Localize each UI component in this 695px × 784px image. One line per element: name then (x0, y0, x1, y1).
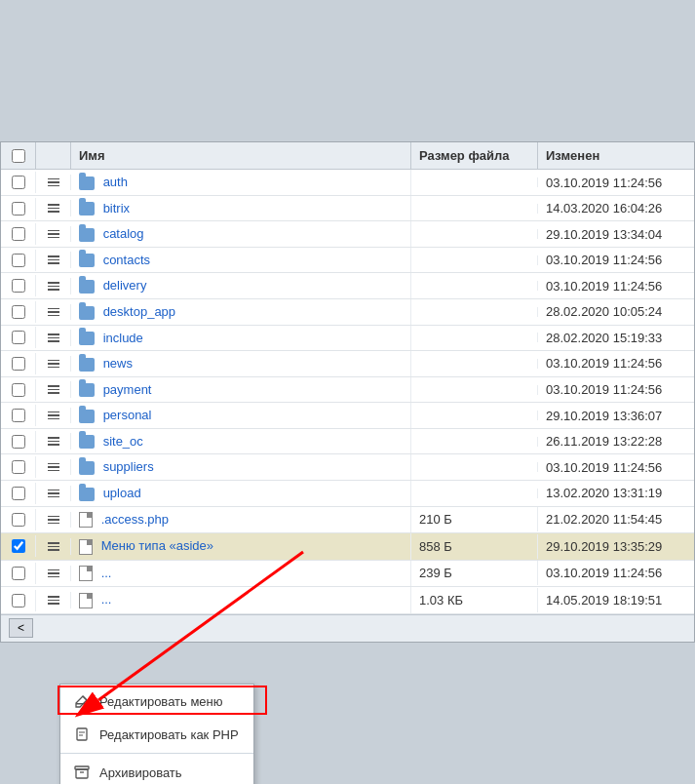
file-name-link[interactable]: .access.php (101, 512, 169, 527)
row-menu-icon[interactable] (36, 592, 71, 608)
row-menu-icon[interactable] (36, 226, 71, 243)
context-menu-item-edit_php[interactable]: Редактировать как PHP (60, 718, 253, 751)
file-name-link[interactable]: payment (103, 382, 152, 397)
table-row[interactable]: upload 13.02.2020 13:31:19 (1, 481, 694, 507)
file-name-link[interactable]: desktop_app (103, 304, 175, 319)
row-name[interactable]: delivery (71, 273, 411, 298)
row-menu-icon[interactable] (36, 538, 71, 555)
row-menu-icon[interactable] (36, 252, 71, 268)
row-size (411, 411, 538, 420)
row-menu-icon[interactable] (36, 512, 71, 529)
context-menu-item-archive[interactable]: Архивировать (60, 756, 253, 784)
table-row[interactable]: personal 29.10.2019 13:36:07 (1, 403, 694, 429)
table-row[interactable]: contacts 03.10.2019 11:24:56 (1, 248, 694, 274)
row-checkbox-cell (1, 405, 36, 426)
row-name[interactable]: site_oc (71, 429, 411, 454)
select-all-checkbox[interactable] (12, 149, 25, 163)
file-name-link[interactable]: upload (103, 486, 141, 500)
row-menu-icon[interactable] (36, 566, 71, 582)
file-name-link[interactable]: Меню типа «aside» (101, 538, 213, 553)
back-button[interactable]: < (9, 618, 33, 638)
row-menu-icon[interactable] (36, 381, 71, 398)
row-checkbox[interactable] (12, 331, 25, 344)
row-checkbox[interactable] (12, 487, 25, 500)
context-menu-item-edit[interactable]: Редактировать меню (60, 685, 253, 718)
table-row[interactable]: auth 03.10.2019 11:24:56 (1, 170, 694, 196)
table-row[interactable]: desktop_app 28.02.2020 10:05:24 (1, 299, 694, 326)
row-checkbox[interactable] (12, 539, 25, 553)
file-name-link[interactable]: personal (103, 408, 152, 422)
row-menu-icon[interactable] (36, 200, 71, 216)
row-name[interactable]: personal (71, 403, 411, 428)
file-name-link[interactable]: auth (103, 175, 128, 189)
row-name[interactable]: upload (71, 481, 411, 506)
file-name-link[interactable]: ... (101, 592, 112, 607)
hamburger-icon (48, 542, 59, 551)
table-row[interactable]: site_oc 26.11.2019 13:22:28 (1, 429, 694, 455)
row-menu-icon[interactable] (36, 304, 71, 321)
row-checkbox[interactable] (12, 176, 25, 189)
file-name-link[interactable]: catalog (103, 226, 144, 241)
table-row[interactable]: Меню типа «aside» 858 Б 29.10.2019 13:35… (1, 533, 694, 561)
table-row[interactable]: catalog 29.10.2019 13:34:04 (1, 221, 694, 248)
row-menu-icon[interactable] (36, 356, 71, 372)
context-menu-divider (60, 753, 253, 754)
file-name-link[interactable]: site_oc (103, 434, 143, 449)
row-name[interactable]: news (71, 351, 411, 376)
row-name[interactable]: ... (71, 587, 411, 613)
table-row[interactable]: payment 03.10.2019 11:24:56 (1, 377, 694, 404)
row-checkbox[interactable] (12, 567, 25, 580)
table-row[interactable]: bitrix 14.03.2020 16:04:26 (1, 196, 694, 222)
row-name[interactable]: .access.php (71, 507, 411, 533)
row-checkbox[interactable] (12, 435, 25, 449)
row-checkbox[interactable] (12, 254, 25, 267)
file-name-link[interactable]: delivery (103, 278, 147, 293)
row-name[interactable]: include (71, 326, 411, 351)
row-name[interactable]: desktop_app (71, 299, 411, 325)
file-name-link[interactable]: suppliers (103, 459, 154, 474)
row-checkbox[interactable] (12, 460, 25, 474)
row-menu-icon[interactable] (36, 433, 71, 450)
row-checkbox[interactable] (12, 227, 25, 241)
row-checkbox[interactable] (12, 357, 25, 371)
row-checkbox[interactable] (12, 305, 25, 319)
row-checkbox[interactable] (12, 202, 25, 216)
row-name[interactable]: ... (71, 561, 411, 587)
table-row[interactable]: .access.php 210 Б 21.02.2020 11:54:45 (1, 507, 694, 534)
table-row[interactable]: news 03.10.2019 11:24:56 (1, 351, 694, 377)
row-name[interactable]: contacts (71, 248, 411, 273)
row-name[interactable]: catalog (71, 221, 411, 247)
table-row[interactable]: suppliers 03.10.2019 11:24:56 (1, 454, 694, 481)
row-checkbox[interactable] (12, 594, 25, 608)
row-name[interactable]: bitrix (71, 196, 411, 221)
file-name-link[interactable]: ... (101, 566, 112, 580)
row-name[interactable]: payment (71, 377, 411, 403)
row-name[interactable]: auth (71, 170, 411, 195)
row-menu-icon[interactable] (36, 486, 71, 502)
row-menu-icon[interactable] (36, 278, 71, 294)
row-checkbox[interactable] (12, 383, 25, 397)
file-name-link[interactable]: news (103, 356, 133, 371)
row-checkbox-cell (1, 172, 36, 193)
row-menu-icon[interactable] (36, 175, 71, 191)
file-icon (79, 539, 93, 555)
header-size: Размер файла (411, 142, 538, 169)
row-menu-icon[interactable] (36, 330, 71, 346)
file-name-link[interactable]: contacts (103, 253, 150, 267)
table-row[interactable]: ... 239 Б 03.10.2019 11:24:56 (1, 561, 694, 588)
file-name-link[interactable]: include (103, 331, 143, 345)
table-row[interactable]: delivery 03.10.2019 11:24:56 (1, 273, 694, 299)
row-checkbox[interactable] (12, 409, 25, 422)
row-name[interactable]: suppliers (71, 454, 411, 480)
row-checkbox[interactable] (12, 279, 25, 293)
table-row[interactable]: include 28.02.2020 15:19:33 (1, 326, 694, 352)
row-menu-icon[interactable] (36, 459, 71, 476)
file-name-link[interactable]: bitrix (103, 201, 130, 216)
row-checkbox[interactable] (12, 513, 25, 527)
hamburger-icon (48, 385, 59, 394)
row-name[interactable]: Меню типа «aside» (71, 533, 411, 560)
row-menu-icon[interactable] (36, 408, 71, 424)
table-row[interactable]: ... 1.03 КБ 14.05.2019 18:19:51 (1, 587, 694, 614)
row-modified: 29.10.2019 13:34:04 (538, 222, 694, 247)
row-size (411, 489, 538, 498)
